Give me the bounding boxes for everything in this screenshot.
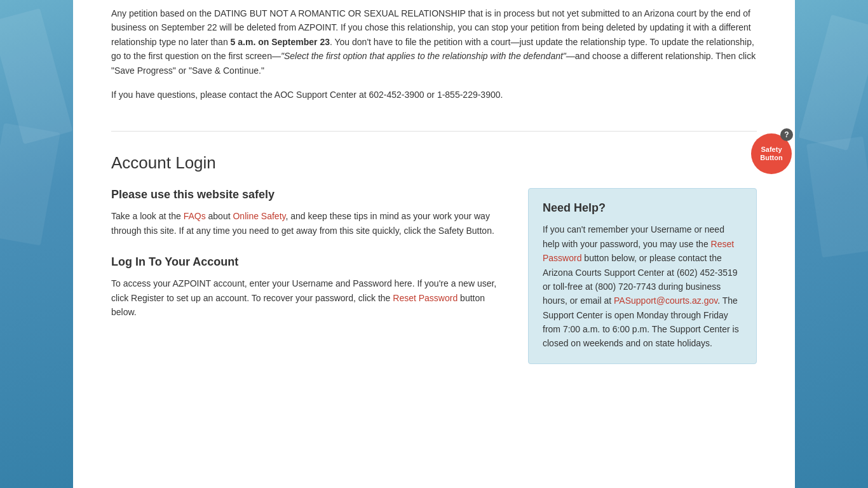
- right-column: Need Help? If you can't remember your Us…: [528, 188, 757, 364]
- question-mark-icon: ?: [780, 128, 793, 141]
- notice-paragraph-2: If you have questions, please contact th…: [111, 88, 757, 102]
- login-section-text: To access your AZPOINT account, enter yo…: [111, 276, 509, 319]
- account-login-heading: Account Login: [111, 147, 757, 173]
- reset-password-link-help[interactable]: Reset Password: [543, 239, 734, 263]
- help-box-title: Need Help?: [543, 201, 742, 215]
- safety-section: Please use this website safely Take a lo…: [111, 188, 509, 238]
- divider: [111, 131, 757, 132]
- safety-section-text: Take a look at the FAQs about Online Saf…: [111, 209, 509, 238]
- two-col-layout: Please use this website safely Take a lo…: [111, 188, 757, 364]
- help-box: Need Help? If you can't remember your Us…: [528, 188, 757, 364]
- safety-button[interactable]: ? SafetyButton: [751, 133, 792, 174]
- online-safety-link[interactable]: Online Safety: [233, 211, 285, 221]
- help-box-text: If you can't remember your Username or n…: [543, 222, 742, 351]
- left-decorative-panel: [0, 0, 73, 488]
- faqs-link[interactable]: FAQs: [184, 211, 206, 221]
- bold-date: 5 a.m. on September 23: [231, 37, 330, 47]
- notice-paragraph-1: Any petition based on the DATING BUT NOT…: [111, 6, 757, 78]
- reset-password-link-main[interactable]: Reset Password: [393, 293, 458, 303]
- login-section: Log In To Your Account To access your AZ…: [111, 255, 509, 319]
- italic-instruction: "Select the first option that applies to…: [281, 51, 566, 61]
- safety-button-container: ? SafetyButton: [751, 133, 792, 174]
- notice-block: Any petition based on the DATING BUT NOT…: [111, 0, 757, 131]
- left-column: Please use this website safely Take a lo…: [111, 188, 509, 319]
- main-content: Any petition based on the DATING BUT NOT…: [73, 0, 795, 488]
- support-email-link[interactable]: PASupport@courts.az.gov: [614, 295, 717, 306]
- safety-section-title: Please use this website safely: [111, 188, 509, 201]
- login-section-title: Log In To Your Account: [111, 255, 509, 269]
- right-decorative-panel: [795, 0, 868, 488]
- content-area: Any petition based on the DATING BUT NOT…: [73, 0, 795, 390]
